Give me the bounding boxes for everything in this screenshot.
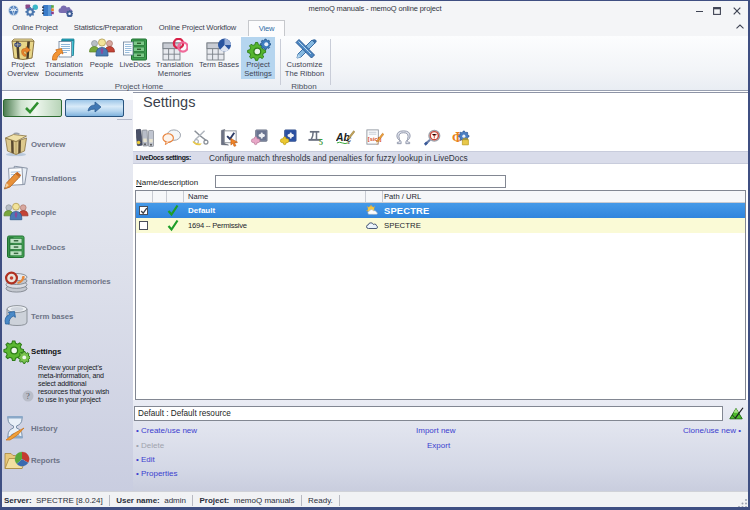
svg-text:?: ? [26,391,30,401]
svg-text:5: 5 [319,138,323,147]
